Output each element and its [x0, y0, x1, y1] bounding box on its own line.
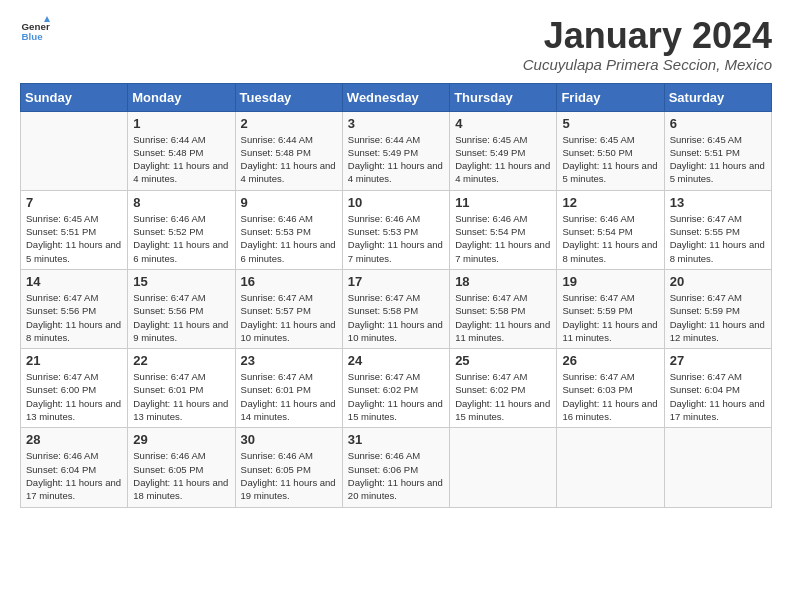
calendar-cell: [21, 111, 128, 190]
day-header-sunday: Sunday: [21, 83, 128, 111]
calendar-table: SundayMondayTuesdayWednesdayThursdayFrid…: [20, 83, 772, 508]
calendar-cell: 31Sunrise: 6:46 AM Sunset: 6:06 PM Dayli…: [342, 428, 449, 507]
calendar-week-row: 21Sunrise: 6:47 AM Sunset: 6:00 PM Dayli…: [21, 349, 772, 428]
day-info: Sunrise: 6:45 AM Sunset: 5:50 PM Dayligh…: [562, 133, 658, 186]
calendar-cell: 26Sunrise: 6:47 AM Sunset: 6:03 PM Dayli…: [557, 349, 664, 428]
calendar-cell: 18Sunrise: 6:47 AM Sunset: 5:58 PM Dayli…: [450, 269, 557, 348]
day-number: 3: [348, 116, 444, 131]
day-number: 9: [241, 195, 337, 210]
calendar-cell: 2Sunrise: 6:44 AM Sunset: 5:48 PM Daylig…: [235, 111, 342, 190]
calendar-week-row: 28Sunrise: 6:46 AM Sunset: 6:04 PM Dayli…: [21, 428, 772, 507]
day-number: 15: [133, 274, 229, 289]
calendar-cell: 29Sunrise: 6:46 AM Sunset: 6:05 PM Dayli…: [128, 428, 235, 507]
svg-marker-2: [44, 16, 50, 22]
calendar-cell: 13Sunrise: 6:47 AM Sunset: 5:55 PM Dayli…: [664, 190, 771, 269]
calendar-cell: 4Sunrise: 6:45 AM Sunset: 5:49 PM Daylig…: [450, 111, 557, 190]
day-number: 26: [562, 353, 658, 368]
calendar-cell: 6Sunrise: 6:45 AM Sunset: 5:51 PM Daylig…: [664, 111, 771, 190]
day-info: Sunrise: 6:47 AM Sunset: 6:01 PM Dayligh…: [241, 370, 337, 423]
logo: General Blue: [20, 16, 50, 46]
day-number: 30: [241, 432, 337, 447]
day-header-wednesday: Wednesday: [342, 83, 449, 111]
calendar-cell: 17Sunrise: 6:47 AM Sunset: 5:58 PM Dayli…: [342, 269, 449, 348]
calendar-cell: 1Sunrise: 6:44 AM Sunset: 5:48 PM Daylig…: [128, 111, 235, 190]
day-number: 10: [348, 195, 444, 210]
day-number: 27: [670, 353, 766, 368]
day-number: 17: [348, 274, 444, 289]
day-info: Sunrise: 6:47 AM Sunset: 5:56 PM Dayligh…: [133, 291, 229, 344]
day-header-tuesday: Tuesday: [235, 83, 342, 111]
day-header-friday: Friday: [557, 83, 664, 111]
title-area: January 2024 Cucuyulapa Primera Seccion,…: [523, 16, 772, 73]
calendar-cell: 23Sunrise: 6:47 AM Sunset: 6:01 PM Dayli…: [235, 349, 342, 428]
day-info: Sunrise: 6:45 AM Sunset: 5:51 PM Dayligh…: [670, 133, 766, 186]
day-number: 14: [26, 274, 122, 289]
day-number: 21: [26, 353, 122, 368]
calendar-cell: 30Sunrise: 6:46 AM Sunset: 6:05 PM Dayli…: [235, 428, 342, 507]
day-info: Sunrise: 6:44 AM Sunset: 5:48 PM Dayligh…: [241, 133, 337, 186]
day-number: 4: [455, 116, 551, 131]
calendar-week-row: 14Sunrise: 6:47 AM Sunset: 5:56 PM Dayli…: [21, 269, 772, 348]
day-info: Sunrise: 6:47 AM Sunset: 5:57 PM Dayligh…: [241, 291, 337, 344]
calendar-cell: 16Sunrise: 6:47 AM Sunset: 5:57 PM Dayli…: [235, 269, 342, 348]
day-number: 5: [562, 116, 658, 131]
day-number: 24: [348, 353, 444, 368]
day-info: Sunrise: 6:47 AM Sunset: 5:58 PM Dayligh…: [348, 291, 444, 344]
day-number: 28: [26, 432, 122, 447]
calendar-cell: 11Sunrise: 6:46 AM Sunset: 5:54 PM Dayli…: [450, 190, 557, 269]
day-number: 2: [241, 116, 337, 131]
day-number: 8: [133, 195, 229, 210]
calendar-cell: 5Sunrise: 6:45 AM Sunset: 5:50 PM Daylig…: [557, 111, 664, 190]
calendar-cell: 19Sunrise: 6:47 AM Sunset: 5:59 PM Dayli…: [557, 269, 664, 348]
day-number: 18: [455, 274, 551, 289]
calendar-cell: 25Sunrise: 6:47 AM Sunset: 6:02 PM Dayli…: [450, 349, 557, 428]
day-info: Sunrise: 6:47 AM Sunset: 5:55 PM Dayligh…: [670, 212, 766, 265]
calendar-cell: 28Sunrise: 6:46 AM Sunset: 6:04 PM Dayli…: [21, 428, 128, 507]
day-number: 7: [26, 195, 122, 210]
calendar-cell: 7Sunrise: 6:45 AM Sunset: 5:51 PM Daylig…: [21, 190, 128, 269]
day-info: Sunrise: 6:46 AM Sunset: 6:05 PM Dayligh…: [241, 449, 337, 502]
calendar-cell: 14Sunrise: 6:47 AM Sunset: 5:56 PM Dayli…: [21, 269, 128, 348]
calendar-cell: 22Sunrise: 6:47 AM Sunset: 6:01 PM Dayli…: [128, 349, 235, 428]
day-info: Sunrise: 6:46 AM Sunset: 6:06 PM Dayligh…: [348, 449, 444, 502]
day-number: 29: [133, 432, 229, 447]
day-number: 16: [241, 274, 337, 289]
day-info: Sunrise: 6:46 AM Sunset: 5:53 PM Dayligh…: [348, 212, 444, 265]
calendar-cell: 20Sunrise: 6:47 AM Sunset: 5:59 PM Dayli…: [664, 269, 771, 348]
calendar-cell: 9Sunrise: 6:46 AM Sunset: 5:53 PM Daylig…: [235, 190, 342, 269]
logo-icon: General Blue: [20, 16, 50, 46]
day-info: Sunrise: 6:47 AM Sunset: 6:04 PM Dayligh…: [670, 370, 766, 423]
day-info: Sunrise: 6:45 AM Sunset: 5:49 PM Dayligh…: [455, 133, 551, 186]
day-info: Sunrise: 6:46 AM Sunset: 5:53 PM Dayligh…: [241, 212, 337, 265]
calendar-week-row: 7Sunrise: 6:45 AM Sunset: 5:51 PM Daylig…: [21, 190, 772, 269]
calendar-cell: 12Sunrise: 6:46 AM Sunset: 5:54 PM Dayli…: [557, 190, 664, 269]
day-number: 20: [670, 274, 766, 289]
day-header-monday: Monday: [128, 83, 235, 111]
location-subtitle: Cucuyulapa Primera Seccion, Mexico: [523, 56, 772, 73]
calendar-cell: 24Sunrise: 6:47 AM Sunset: 6:02 PM Dayli…: [342, 349, 449, 428]
day-number: 6: [670, 116, 766, 131]
day-info: Sunrise: 6:44 AM Sunset: 5:49 PM Dayligh…: [348, 133, 444, 186]
day-number: 23: [241, 353, 337, 368]
day-header-thursday: Thursday: [450, 83, 557, 111]
day-info: Sunrise: 6:47 AM Sunset: 5:59 PM Dayligh…: [562, 291, 658, 344]
calendar-header-row: SundayMondayTuesdayWednesdayThursdayFrid…: [21, 83, 772, 111]
day-header-saturday: Saturday: [664, 83, 771, 111]
day-info: Sunrise: 6:47 AM Sunset: 6:01 PM Dayligh…: [133, 370, 229, 423]
calendar-cell: 8Sunrise: 6:46 AM Sunset: 5:52 PM Daylig…: [128, 190, 235, 269]
day-number: 13: [670, 195, 766, 210]
calendar-cell: [664, 428, 771, 507]
day-info: Sunrise: 6:45 AM Sunset: 5:51 PM Dayligh…: [26, 212, 122, 265]
day-info: Sunrise: 6:44 AM Sunset: 5:48 PM Dayligh…: [133, 133, 229, 186]
day-info: Sunrise: 6:47 AM Sunset: 6:02 PM Dayligh…: [455, 370, 551, 423]
page-header: General Blue January 2024 Cucuyulapa Pri…: [20, 16, 772, 73]
svg-text:General: General: [22, 21, 51, 32]
calendar-cell: [450, 428, 557, 507]
day-info: Sunrise: 6:47 AM Sunset: 6:03 PM Dayligh…: [562, 370, 658, 423]
day-info: Sunrise: 6:47 AM Sunset: 5:59 PM Dayligh…: [670, 291, 766, 344]
calendar-cell: 21Sunrise: 6:47 AM Sunset: 6:00 PM Dayli…: [21, 349, 128, 428]
calendar-cell: 27Sunrise: 6:47 AM Sunset: 6:04 PM Dayli…: [664, 349, 771, 428]
calendar-cell: 3Sunrise: 6:44 AM Sunset: 5:49 PM Daylig…: [342, 111, 449, 190]
calendar-cell: 10Sunrise: 6:46 AM Sunset: 5:53 PM Dayli…: [342, 190, 449, 269]
day-info: Sunrise: 6:47 AM Sunset: 5:58 PM Dayligh…: [455, 291, 551, 344]
